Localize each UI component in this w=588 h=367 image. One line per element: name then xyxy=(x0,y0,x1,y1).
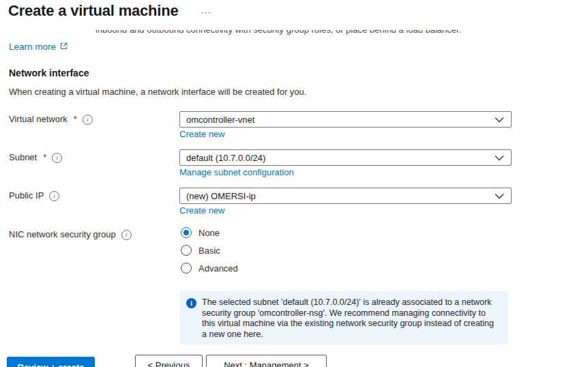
public-ip-label: Public IP xyxy=(9,188,59,204)
radio-button[interactable] xyxy=(181,263,192,274)
info-icon[interactable] xyxy=(52,153,62,163)
radio-button-selected[interactable] xyxy=(181,227,192,238)
radio-label: Basic xyxy=(199,246,220,256)
public-ip-value: (new) OMERSI-ip xyxy=(180,191,256,201)
virtual-network-label: Virtual network* xyxy=(9,111,93,128)
info-icon[interactable] xyxy=(121,230,132,240)
nic-nsg-label: NIC network security group xyxy=(9,226,132,243)
chevron-down-icon xyxy=(495,117,511,123)
more-options-icon[interactable]: ··· xyxy=(198,5,214,18)
radio-label: Advanced xyxy=(199,263,238,274)
subnet-dropdown[interactable]: default (10.7.0.0/24) xyxy=(179,149,512,166)
section-heading: Network interface xyxy=(9,68,89,78)
next-management-button[interactable]: Next : Management > xyxy=(206,355,327,367)
required-asterisk: * xyxy=(43,149,46,166)
section-description: When creating a virtual machine, a netwo… xyxy=(9,87,306,97)
public-ip-label-text: Public IP xyxy=(9,188,44,204)
info-filled-icon xyxy=(186,298,196,308)
external-link-icon xyxy=(60,42,68,52)
subnet-label: Subnet* xyxy=(9,149,62,166)
create-new-public-ip-link[interactable]: Create new xyxy=(179,205,224,216)
info-banner-text: The selected subnet 'default (10.7.0.0/2… xyxy=(202,297,499,340)
info-banner: The selected subnet 'default (10.7.0.0/2… xyxy=(179,291,508,344)
page-title: Create a virtual machine xyxy=(8,2,179,20)
manage-subnet-configuration-label: Manage subnet configuration xyxy=(179,167,294,177)
virtual-network-label-text: Virtual network xyxy=(9,111,68,128)
previous-button[interactable]: < Previous xyxy=(135,355,203,367)
create-new-public-ip-label: Create new xyxy=(179,205,224,216)
required-asterisk: * xyxy=(74,111,77,128)
chevron-down-icon xyxy=(495,193,511,199)
review-create-button[interactable]: Review + create xyxy=(7,357,95,367)
manage-subnet-configuration-link[interactable]: Manage subnet configuration xyxy=(179,167,294,177)
nsg-option-basic[interactable]: Basic xyxy=(181,244,220,256)
nic-nsg-label-text: NIC network security group xyxy=(9,226,116,243)
subnet-label-text: Subnet xyxy=(9,149,37,166)
nsg-option-none[interactable]: None xyxy=(181,226,220,239)
create-new-vnet-label: Create new xyxy=(179,129,224,139)
clipped-paragraph: inbound and outbound connectivity with s… xyxy=(0,30,588,36)
subnet-value: default (10.7.0.0/24) xyxy=(180,153,265,163)
radio-label: None xyxy=(199,228,220,238)
nsg-option-advanced[interactable]: Advanced xyxy=(181,262,238,274)
info-icon[interactable] xyxy=(83,115,93,125)
chevron-down-icon xyxy=(495,155,511,161)
radio-button[interactable] xyxy=(181,245,192,256)
learn-more-link[interactable]: Learn more xyxy=(9,42,68,52)
info-icon[interactable] xyxy=(49,191,59,201)
public-ip-dropdown[interactable]: (new) OMERSI-ip xyxy=(179,188,512,204)
create-new-vnet-link[interactable]: Create new xyxy=(179,129,224,139)
clipped-paragraph-text: inbound and outbound connectivity with s… xyxy=(0,30,588,35)
virtual-network-value: omcontroller-vnet xyxy=(180,115,254,125)
virtual-network-dropdown[interactable]: omcontroller-vnet xyxy=(179,111,512,128)
learn-more-label: Learn more xyxy=(9,42,56,52)
